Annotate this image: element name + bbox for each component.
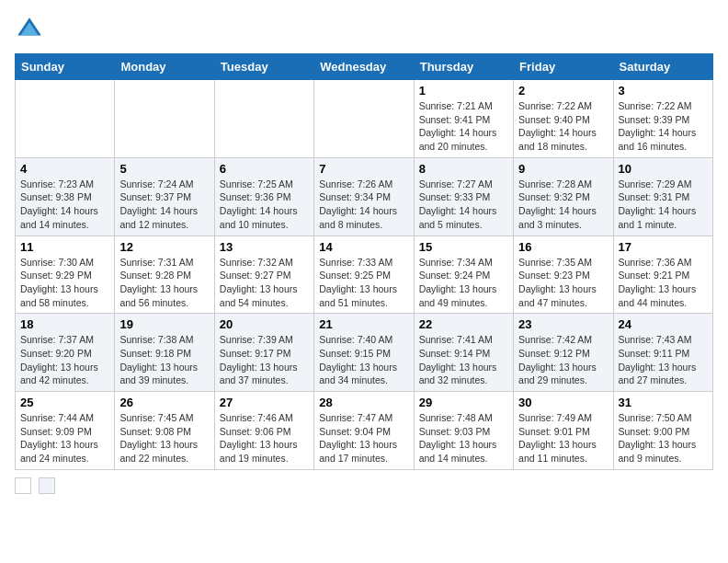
week-row-2: 4Sunrise: 7:23 AM Sunset: 9:38 PM Daylig… <box>16 157 713 236</box>
day-info: Sunrise: 7:39 AM Sunset: 9:17 PM Dayligh… <box>220 333 309 387</box>
day-info: Sunrise: 7:36 AM Sunset: 9:21 PM Dayligh… <box>619 256 708 310</box>
calendar-cell: 5Sunrise: 7:24 AM Sunset: 9:37 PM Daylig… <box>115 157 214 236</box>
weekday-header-sunday: Sunday <box>16 54 115 80</box>
calendar-cell: 14Sunrise: 7:33 AM Sunset: 9:25 PM Dayli… <box>314 236 414 314</box>
weekday-header-monday: Monday <box>115 54 214 80</box>
weekday-header-saturday: Saturday <box>613 54 712 80</box>
calendar-cell: 20Sunrise: 7:39 AM Sunset: 9:17 PM Dayli… <box>214 314 313 392</box>
day-number: 25 <box>20 396 109 409</box>
day-number: 20 <box>220 317 309 331</box>
day-number: 7 <box>319 162 408 176</box>
calendar-cell: 1Sunrise: 7:21 AM Sunset: 9:41 PM Daylig… <box>414 80 513 158</box>
calendar-cell: 25Sunrise: 7:44 AM Sunset: 9:09 PM Dayli… <box>16 392 115 470</box>
day-number: 19 <box>119 317 209 331</box>
calendar-cell: 18Sunrise: 7:37 AM Sunset: 9:20 PM Dayli… <box>16 314 115 392</box>
calendar-cell <box>214 80 313 158</box>
day-info: Sunrise: 7:22 AM Sunset: 9:40 PM Dayligh… <box>518 99 608 154</box>
calendar-cell <box>115 80 214 158</box>
weekday-header-friday: Friday <box>514 54 613 80</box>
calendar-cell: 21Sunrise: 7:40 AM Sunset: 9:15 PM Dayli… <box>314 314 414 392</box>
calendar-cell: 10Sunrise: 7:29 AM Sunset: 9:31 PM Dayli… <box>613 157 712 236</box>
calendar-cell: 22Sunrise: 7:41 AM Sunset: 9:14 PM Dayli… <box>414 314 513 392</box>
day-info: Sunrise: 7:46 AM Sunset: 9:06 PM Dayligh… <box>220 411 309 465</box>
calendar-cell: 19Sunrise: 7:38 AM Sunset: 9:18 PM Dayli… <box>115 314 214 392</box>
day-info: Sunrise: 7:32 AM Sunset: 9:27 PM Dayligh… <box>220 256 309 310</box>
day-number: 15 <box>419 240 508 254</box>
day-info: Sunrise: 7:44 AM Sunset: 9:09 PM Dayligh… <box>20 411 109 465</box>
calendar-cell: 9Sunrise: 7:28 AM Sunset: 9:32 PM Daylig… <box>514 157 613 236</box>
calendar-cell: 12Sunrise: 7:31 AM Sunset: 9:28 PM Dayli… <box>115 236 214 314</box>
day-info: Sunrise: 7:30 AM Sunset: 9:29 PM Dayligh… <box>20 256 109 310</box>
day-number: 6 <box>220 162 309 176</box>
calendar-cell: 8Sunrise: 7:27 AM Sunset: 9:33 PM Daylig… <box>414 157 513 236</box>
day-number: 5 <box>119 162 209 176</box>
day-info: Sunrise: 7:22 AM Sunset: 9:39 PM Dayligh… <box>619 99 708 154</box>
calendar-cell: 6Sunrise: 7:25 AM Sunset: 9:36 PM Daylig… <box>214 157 313 236</box>
day-number: 31 <box>619 396 708 409</box>
day-number: 3 <box>619 84 708 98</box>
day-number: 11 <box>20 240 109 254</box>
day-number: 22 <box>419 317 508 331</box>
day-number: 13 <box>220 240 309 254</box>
calendar-cell: 2Sunrise: 7:22 AM Sunset: 9:40 PM Daylig… <box>514 80 613 158</box>
day-number: 9 <box>518 162 608 176</box>
day-info: Sunrise: 7:23 AM Sunset: 9:38 PM Dayligh… <box>20 178 109 232</box>
day-info: Sunrise: 7:29 AM Sunset: 9:31 PM Dayligh… <box>619 178 708 232</box>
week-row-5: 25Sunrise: 7:44 AM Sunset: 9:09 PM Dayli… <box>16 392 713 470</box>
calendar-cell: 30Sunrise: 7:49 AM Sunset: 9:01 PM Dayli… <box>514 392 613 470</box>
calendar-cell: 31Sunrise: 7:50 AM Sunset: 9:00 PM Dayli… <box>613 392 712 470</box>
calendar-cell: 15Sunrise: 7:34 AM Sunset: 9:24 PM Dayli… <box>414 236 513 314</box>
day-info: Sunrise: 7:43 AM Sunset: 9:11 PM Dayligh… <box>619 333 708 387</box>
day-info: Sunrise: 7:21 AM Sunset: 9:41 PM Dayligh… <box>419 99 508 154</box>
day-info: Sunrise: 7:50 AM Sunset: 9:00 PM Dayligh… <box>619 411 708 465</box>
week-row-1: 1Sunrise: 7:21 AM Sunset: 9:41 PM Daylig… <box>16 80 713 158</box>
calendar-cell: 4Sunrise: 7:23 AM Sunset: 9:38 PM Daylig… <box>16 157 115 236</box>
day-number: 29 <box>419 396 508 409</box>
calendar-cell <box>16 80 115 158</box>
day-info: Sunrise: 7:28 AM Sunset: 9:32 PM Dayligh… <box>518 178 608 232</box>
calendar-cell: 7Sunrise: 7:26 AM Sunset: 9:34 PM Daylig… <box>314 157 414 236</box>
day-number: 10 <box>619 162 708 176</box>
weekday-header-tuesday: Tuesday <box>214 54 313 80</box>
calendar-table: SundayMondayTuesdayWednesdayThursdayFrid… <box>15 53 713 470</box>
legend <box>15 477 713 494</box>
day-number: 24 <box>619 317 708 331</box>
day-info: Sunrise: 7:27 AM Sunset: 9:33 PM Dayligh… <box>419 178 508 232</box>
day-info: Sunrise: 7:34 AM Sunset: 9:24 PM Dayligh… <box>419 256 508 310</box>
logo-icon <box>15 15 44 44</box>
day-info: Sunrise: 7:25 AM Sunset: 9:36 PM Dayligh… <box>220 178 309 232</box>
weekday-header-wednesday: Wednesday <box>314 54 414 80</box>
day-info: Sunrise: 7:38 AM Sunset: 9:18 PM Dayligh… <box>119 333 209 387</box>
day-number: 27 <box>220 396 309 409</box>
day-number: 1 <box>419 84 508 98</box>
day-info: Sunrise: 7:24 AM Sunset: 9:37 PM Dayligh… <box>119 178 209 232</box>
weekday-header-row: SundayMondayTuesdayWednesdayThursdayFrid… <box>16 54 713 80</box>
day-info: Sunrise: 7:48 AM Sunset: 9:03 PM Dayligh… <box>419 411 508 465</box>
calendar-cell: 16Sunrise: 7:35 AM Sunset: 9:23 PM Dayli… <box>514 236 613 314</box>
day-number: 16 <box>518 240 608 254</box>
day-info: Sunrise: 7:40 AM Sunset: 9:15 PM Dayligh… <box>319 333 408 387</box>
day-number: 14 <box>319 240 408 254</box>
day-info: Sunrise: 7:37 AM Sunset: 9:20 PM Dayligh… <box>20 333 109 387</box>
day-info: Sunrise: 7:45 AM Sunset: 9:08 PM Dayligh… <box>119 411 209 465</box>
logo <box>15 15 48 44</box>
calendar-cell: 17Sunrise: 7:36 AM Sunset: 9:21 PM Dayli… <box>613 236 712 314</box>
calendar-cell <box>314 80 414 158</box>
day-info: Sunrise: 7:35 AM Sunset: 9:23 PM Dayligh… <box>518 256 608 310</box>
day-info: Sunrise: 7:42 AM Sunset: 9:12 PM Dayligh… <box>518 333 608 387</box>
calendar-cell: 23Sunrise: 7:42 AM Sunset: 9:12 PM Dayli… <box>514 314 613 392</box>
calendar-cell: 13Sunrise: 7:32 AM Sunset: 9:27 PM Dayli… <box>214 236 313 314</box>
legend-box-alt <box>39 477 55 494</box>
day-info: Sunrise: 7:49 AM Sunset: 9:01 PM Dayligh… <box>518 411 608 465</box>
calendar-cell: 11Sunrise: 7:30 AM Sunset: 9:29 PM Dayli… <box>16 236 115 314</box>
weekday-header-thursday: Thursday <box>414 54 513 80</box>
day-info: Sunrise: 7:41 AM Sunset: 9:14 PM Dayligh… <box>419 333 508 387</box>
day-info: Sunrise: 7:26 AM Sunset: 9:34 PM Dayligh… <box>319 178 408 232</box>
day-number: 4 <box>20 162 109 176</box>
legend-box-white <box>15 477 31 494</box>
day-number: 21 <box>319 317 408 331</box>
calendar-cell: 24Sunrise: 7:43 AM Sunset: 9:11 PM Dayli… <box>613 314 712 392</box>
day-info: Sunrise: 7:33 AM Sunset: 9:25 PM Dayligh… <box>319 256 408 310</box>
day-number: 17 <box>619 240 708 254</box>
week-row-4: 18Sunrise: 7:37 AM Sunset: 9:20 PM Dayli… <box>16 314 713 392</box>
